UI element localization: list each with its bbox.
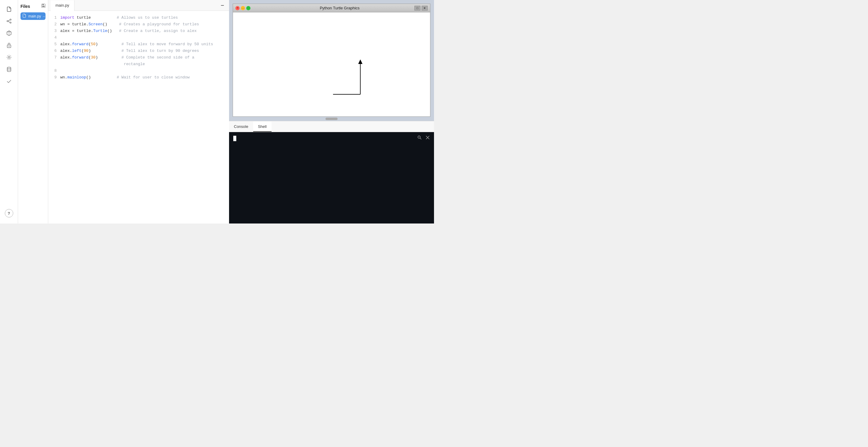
svg-point-10 bbox=[7, 67, 11, 69]
console-actions bbox=[417, 135, 430, 141]
tab-console[interactable]: Console bbox=[229, 122, 253, 132]
svg-point-8 bbox=[8, 46, 9, 47]
svg-line-4 bbox=[8, 22, 10, 22]
code-line-3: alex = turtle.Turtle() # Create a turtle… bbox=[60, 28, 225, 34]
sidebar-icon-help[interactable]: ? bbox=[5, 209, 13, 217]
turtle-titlebar-controls: ✕ — □ bbox=[236, 6, 252, 10]
turtle-titlebar: ✕ — □ Python Turtle Graphics □ ✕ bbox=[233, 4, 430, 12]
turtle-window: ✕ — □ Python Turtle Graphics □ ✕ bbox=[229, 0, 434, 121]
editor-minimize-btn[interactable] bbox=[219, 2, 226, 9]
titlebar-close-btn2[interactable]: ✕ bbox=[422, 6, 428, 10]
svg-marker-17 bbox=[358, 59, 363, 64]
sidebar-icon-share[interactable] bbox=[4, 16, 14, 27]
tab-main-py-label: main.py bbox=[56, 3, 69, 7]
console-panel: Console Shell bbox=[229, 121, 434, 224]
sidebar-icon-cube[interactable] bbox=[4, 28, 14, 39]
sidebar-icon-settings[interactable] bbox=[4, 52, 14, 63]
file-item-name: main.py bbox=[28, 14, 41, 19]
tab-main-py[interactable]: main.py bbox=[51, 0, 74, 11]
turtle-canvas bbox=[233, 12, 430, 117]
turtle-scrollbar-thumb[interactable] bbox=[326, 118, 338, 120]
sidebar-bottom: ? bbox=[5, 209, 13, 220]
titlebar-resize-btn[interactable]: □ bbox=[414, 6, 421, 10]
sidebar-icon-file[interactable] bbox=[4, 4, 14, 14]
tab-shell[interactable]: Shell bbox=[253, 122, 272, 132]
file-panel-title: Files bbox=[21, 4, 30, 9]
console-body[interactable] bbox=[229, 132, 434, 224]
svg-line-3 bbox=[8, 20, 10, 21]
sidebar-icon-database[interactable] bbox=[4, 64, 14, 75]
turtle-scrollbar-h[interactable] bbox=[233, 117, 430, 121]
file-item-menu[interactable]: ··· bbox=[43, 14, 46, 19]
console-cursor bbox=[233, 136, 236, 141]
file-item-icon bbox=[22, 13, 27, 19]
svg-point-1 bbox=[7, 21, 8, 22]
file-item-main-py[interactable]: main.py ··· bbox=[21, 12, 45, 20]
tab-bar: main.py bbox=[48, 0, 229, 11]
svg-line-19 bbox=[420, 138, 421, 139]
code-line-2: wn = turtle.Screen() # Creates a playgro… bbox=[60, 21, 225, 28]
code-line-8 bbox=[60, 67, 225, 74]
console-close-icon[interactable] bbox=[426, 136, 430, 141]
tab-console-label: Console bbox=[234, 124, 248, 129]
line-numbers: 1 2 3 4 5 6 7 8 9 bbox=[48, 14, 60, 220]
turtle-min-btn[interactable]: — bbox=[241, 6, 245, 10]
right-panel: ✕ — □ Python Turtle Graphics □ ✕ bbox=[229, 0, 434, 224]
sidebar: ? bbox=[0, 0, 18, 224]
code-content: import turtle # Allows us to use turtles… bbox=[60, 14, 229, 220]
code-line-5: alex.forward(50) # Tell alex to move for… bbox=[60, 41, 225, 48]
turtle-close-btn[interactable]: ✕ bbox=[236, 6, 240, 10]
svg-point-2 bbox=[10, 22, 11, 23]
file-panel-header: Files bbox=[21, 4, 45, 9]
console-tabs: Console Shell bbox=[229, 121, 434, 132]
code-line-1: import turtle # Allows us to use turtles bbox=[60, 14, 225, 21]
turtle-title: Python Turtle Graphics bbox=[252, 6, 428, 10]
titlebar-right-btns: □ ✕ bbox=[414, 6, 428, 10]
code-line-4 bbox=[60, 34, 225, 41]
tab-shell-label: Shell bbox=[258, 124, 267, 129]
turtle-max-btn[interactable]: □ bbox=[246, 6, 250, 10]
svg-rect-13 bbox=[42, 6, 44, 7]
sidebar-icon-check[interactable] bbox=[4, 76, 14, 87]
editor-area: main.py 1 2 3 4 5 6 7 8 9 import turtle … bbox=[48, 0, 229, 224]
file-save-icon[interactable] bbox=[41, 4, 45, 9]
code-line-6: alex.left(90) # Tell alex to turn by 90 … bbox=[60, 48, 225, 54]
sidebar-icon-lock[interactable] bbox=[4, 40, 14, 51]
code-line-9: wn.mainloop() # Wait for user to close w… bbox=[60, 74, 225, 81]
console-search-icon[interactable] bbox=[417, 135, 422, 141]
svg-point-9 bbox=[8, 56, 10, 58]
editor-controls bbox=[219, 2, 226, 9]
svg-rect-14 bbox=[221, 5, 224, 6]
svg-rect-12 bbox=[42, 4, 44, 5]
sidebar-top bbox=[4, 4, 14, 208]
code-editor[interactable]: 1 2 3 4 5 6 7 8 9 import turtle # Allows… bbox=[48, 11, 229, 224]
code-line-7: alex.forward(30) # Complete the second s… bbox=[60, 54, 225, 67]
file-panel: Files main.py ··· bbox=[18, 0, 48, 224]
svg-point-0 bbox=[10, 19, 11, 20]
